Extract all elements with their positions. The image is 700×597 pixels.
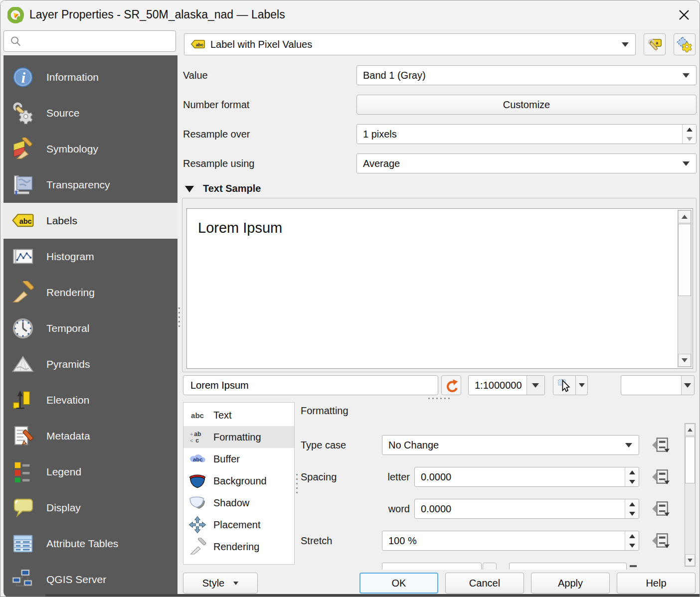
auto-placement-settings-button[interactable]: a — [644, 33, 666, 55]
text-sample-header[interactable]: Text Sample — [203, 183, 261, 194]
scrollbar-thumb[interactable] — [678, 224, 691, 296]
spin-down-icon[interactable] — [625, 541, 639, 550]
scale-combo[interactable]: 1:1000000 — [468, 375, 545, 395]
tab-background[interactable]: Background — [183, 470, 294, 492]
sidebar-item-qgis-server[interactable]: QGIS Server — [3, 562, 177, 597]
style-menu-button[interactable]: Style — [183, 573, 258, 594]
symbology-icon — [11, 138, 34, 160]
scale-combo-arrow-button[interactable] — [526, 376, 544, 395]
sidebar-item-information[interactable]: i Information — [3, 59, 177, 95]
spin-up-icon[interactable] — [625, 467, 639, 477]
sidebar: i Information Source Symbology — [3, 55, 177, 597]
sidebar-item-display[interactable]: Display — [3, 490, 177, 526]
resample-using-combo[interactable]: Average — [356, 153, 697, 173]
sidebar-search[interactable] — [3, 30, 176, 52]
sidebar-item-label: Temporal — [46, 322, 89, 334]
sidebar-item-metadata[interactable]: Metadata — [3, 418, 177, 454]
type-case-combo[interactable]: No Change — [382, 435, 639, 455]
scroll-down-icon[interactable] — [685, 554, 695, 566]
stretch-value: 100 % — [388, 535, 417, 547]
chevron-down-icon — [625, 443, 632, 448]
help-button[interactable]: Help — [617, 573, 696, 594]
map-scale-tool-button[interactable] — [553, 375, 576, 395]
resample-over-spinbox[interactable]: 1 pixels — [356, 124, 697, 144]
tab-buffer[interactable]: abc Buffer — [183, 448, 294, 470]
label-mode-combo[interactable]: abc Label with Pixel Values — [184, 33, 636, 55]
spin-up-icon[interactable] — [625, 499, 639, 509]
ok-button[interactable]: OK — [359, 573, 438, 594]
search-input[interactable] — [22, 35, 162, 47]
panel-splitter[interactable] — [428, 398, 450, 399]
value-combo[interactable]: Band 1 (Gray) — [356, 65, 697, 85]
letter-spacing-spinbox[interactable]: 0.0000 — [414, 467, 639, 487]
reset-sample-button[interactable] — [441, 375, 461, 395]
letter-spacing-override-button[interactable] — [650, 468, 672, 486]
spinner-buttons[interactable] — [625, 531, 639, 550]
tab-label: Rendering — [213, 541, 259, 553]
sidebar-item-elevation[interactable]: Elevation — [3, 382, 177, 418]
cancel-button[interactable]: Cancel — [445, 573, 524, 594]
text-tab-icon: abc — [188, 406, 206, 424]
sidebar-item-pyramids[interactable]: Pyramids — [3, 346, 177, 382]
sample-text-input[interactable] — [189, 379, 432, 392]
font-combo-arrow-button[interactable] — [681, 376, 694, 395]
text-sample-group: Lorem Ipsum — [182, 198, 697, 372]
scroll-up-icon[interactable] — [678, 210, 691, 223]
resample-using-value: Average — [363, 158, 400, 169]
sidebar-item-source[interactable]: Source — [3, 95, 177, 131]
sidebar-item-temporal[interactable]: Temporal — [3, 310, 177, 346]
sidebar-item-histogram[interactable]: Histogram — [3, 239, 177, 275]
sidebar-item-symbology[interactable]: Symbology — [3, 131, 177, 167]
sidebar-item-transparency[interactable]: Transparency — [3, 167, 177, 203]
stretch-override-button[interactable] — [650, 532, 672, 550]
tab-shadow[interactable]: Shadow — [183, 492, 294, 514]
customize-button[interactable]: Customize — [356, 95, 697, 115]
resample-over-label: Resample over — [183, 129, 250, 140]
scroll-up-icon[interactable] — [685, 424, 695, 436]
clipped-combo[interactable] — [382, 563, 482, 570]
word-spacing-override-button[interactable] — [650, 500, 672, 518]
spin-down-icon[interactable] — [683, 134, 696, 144]
clipped-button[interactable] — [483, 563, 497, 570]
close-icon[interactable] — [676, 6, 693, 23]
word-spacing-spinbox[interactable]: 0.0000 — [414, 499, 639, 519]
label-mode-value: Label with Pixel Values — [210, 39, 312, 50]
tab-text[interactable]: abc Text — [183, 404, 294, 426]
formatting-panel-title: Formatting — [301, 405, 349, 417]
scrollbar-thumb[interactable] — [685, 437, 695, 483]
tab-rendering[interactable]: Rendering — [183, 536, 294, 558]
spin-down-icon[interactable] — [625, 509, 639, 518]
tab-label: Formatting — [213, 432, 261, 443]
font-preview-combo[interactable] — [621, 375, 695, 395]
stretch-spinbox[interactable]: 100 % — [382, 531, 639, 551]
placement-tab-icon — [188, 516, 206, 534]
sidebar-item-labels[interactable]: abc Labels — [3, 203, 177, 239]
sidebar-splitter[interactable] — [178, 307, 180, 327]
sidebar-item-rendering[interactable]: Rendering — [3, 275, 177, 310]
spinner-buttons[interactable] — [625, 499, 639, 518]
clipped-field[interactable] — [509, 563, 627, 570]
transparency-icon — [11, 173, 34, 196]
spinner-buttons[interactable] — [625, 467, 639, 486]
source-icon — [11, 102, 34, 125]
spin-down-icon[interactable] — [625, 477, 639, 486]
preview-scrollbar[interactable] — [678, 210, 692, 367]
word-spacing-value: 0.0000 — [421, 503, 451, 515]
map-scale-tool-menu-button[interactable] — [576, 375, 588, 395]
pyramids-icon — [11, 353, 34, 376]
sidebar-item-attribute-tables[interactable]: Attribute Tables — [3, 526, 177, 562]
scroll-down-icon[interactable] — [678, 354, 691, 367]
formatting-scrollbar[interactable] — [685, 423, 696, 567]
collapse-triangle-icon[interactable] — [185, 186, 194, 192]
spin-up-icon[interactable] — [683, 125, 696, 134]
spinner-buttons[interactable] — [682, 125, 696, 144]
svg-text:+: + — [190, 431, 193, 437]
spin-up-icon[interactable] — [625, 531, 639, 541]
rendering-tab-icon — [188, 538, 206, 556]
apply-button[interactable]: Apply — [531, 573, 610, 594]
type-case-override-button[interactable] — [650, 436, 672, 454]
labeling-engine-settings-button[interactable] — [674, 33, 696, 55]
tab-formatting[interactable]: + ab < c Formatting — [183, 426, 294, 448]
sidebar-item-legend[interactable]: Legend — [3, 454, 177, 490]
tab-placement[interactable]: Placement — [183, 514, 294, 536]
